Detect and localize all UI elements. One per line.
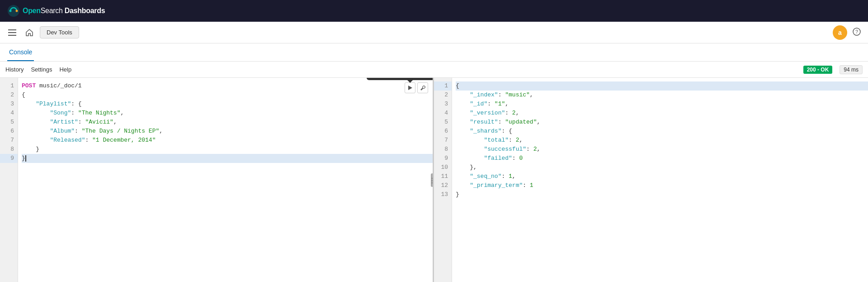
left-line-numbers: 1 2 3 4 5 6 7 8 9 xyxy=(0,78,18,282)
line-num-2: 2 xyxy=(0,91,18,100)
right-code-content: { "_index": "music", "_id": "1", "_versi… xyxy=(452,78,868,282)
code-line-1: POST music/_doc/1 xyxy=(22,81,433,91)
toolbar: History Settings Help 200 - OK 94 ms xyxy=(0,62,868,78)
status-badge: 200 - OK xyxy=(803,66,833,74)
line-num-3: 3 xyxy=(0,100,18,109)
panel-divider-handle[interactable] xyxy=(431,173,434,187)
code-line-6: "Album": "The Days / Nights EP", xyxy=(22,127,433,136)
line-num-4: 4 xyxy=(0,109,18,118)
play-icon xyxy=(407,85,413,91)
line-num-9: 9 xyxy=(0,154,18,163)
right-line-num-2: 2 xyxy=(434,91,452,100)
right-code-line-11: "_seq_no": 1, xyxy=(456,172,868,181)
right-line-num-12: 12 xyxy=(434,181,452,190)
help-icon: ? xyxy=(853,28,861,36)
help-button[interactable]: ? xyxy=(851,26,863,39)
line-num-8: 8 xyxy=(0,145,18,154)
svg-point-10 xyxy=(432,180,433,181)
hamburger-button[interactable] xyxy=(5,27,19,38)
copy-as-curl-button[interactable] xyxy=(417,82,428,93)
line-num-7: 7 xyxy=(0,136,18,145)
dev-tools-button[interactable]: Dev Tools xyxy=(40,26,79,38)
right-line-num-5: 5 xyxy=(434,118,452,127)
right-code-line-5: "result": "updated", xyxy=(456,118,868,127)
right-line-num-8: 8 xyxy=(434,145,452,154)
right-line-num-1: 1 xyxy=(434,81,452,91)
code-line-8: } xyxy=(22,145,433,154)
right-code-line-12: "_primary_term": 1 xyxy=(456,181,868,190)
svg-point-9 xyxy=(432,177,433,179)
help-toolbar-button[interactable]: Help xyxy=(59,66,71,73)
code-line-2: { xyxy=(22,91,433,100)
tab-console[interactable]: Console xyxy=(7,45,34,61)
right-code-line-13: } xyxy=(456,190,868,199)
svg-text:?: ? xyxy=(855,29,858,34)
right-code-line-10: }, xyxy=(456,163,868,172)
settings-button[interactable]: Settings xyxy=(31,66,52,73)
send-request-button[interactable] xyxy=(405,82,415,93)
right-line-num-6: 6 xyxy=(434,127,452,136)
left-editor-panel[interactable]: 1 2 3 4 5 6 7 8 9 POST music/_doc/1 { "P… xyxy=(0,78,434,282)
opensearch-logo-icon xyxy=(7,5,20,17)
time-badge: 94 ms xyxy=(840,65,863,74)
right-code-line-4: "_version": 2, xyxy=(456,109,868,118)
right-line-num-9: 9 xyxy=(434,154,452,163)
editor-container: 1 2 3 4 5 6 7 8 9 POST music/_doc/1 { "P… xyxy=(0,78,868,282)
home-icon xyxy=(25,29,33,37)
right-code-line-3: "_id": "1", xyxy=(456,100,868,109)
drag-handle-icon xyxy=(431,176,433,185)
svg-point-11 xyxy=(432,182,433,183)
send-btn-area: Click to send request xyxy=(405,82,428,93)
hamburger-icon xyxy=(8,29,16,36)
left-code-area: 1 2 3 4 5 6 7 8 9 POST music/_doc/1 { "P… xyxy=(0,78,433,282)
right-code-line-2: "_index": "music", xyxy=(456,91,868,100)
right-line-num-11: 11 xyxy=(434,172,452,181)
logo-area: OpenSearch Dashboards xyxy=(7,5,105,17)
svg-marker-8 xyxy=(408,86,412,90)
second-bar: Dev Tools a ? xyxy=(0,22,868,43)
right-line-numbers: 1 2 3 4 5 6 7 8 9 10 11 12 13 xyxy=(434,78,452,282)
code-line-4: "Song": "The Nights", xyxy=(22,109,433,118)
right-line-num-3: 3 xyxy=(434,100,452,109)
right-code-area: 1 2 3 4 5 6 7 8 9 10 11 12 13 { "_index"… xyxy=(434,78,868,282)
send-btn-wrapper: Click to send request xyxy=(405,82,415,93)
line-num-6: 6 xyxy=(0,127,18,136)
right-editor-panel: 1 2 3 4 5 6 7 8 9 10 11 12 13 { "_index"… xyxy=(434,78,868,282)
right-code-line-1: { xyxy=(456,81,868,91)
tab-bar: Console xyxy=(0,43,868,62)
code-line-7: "Released": "1 December, 2014" xyxy=(22,136,433,145)
svg-rect-5 xyxy=(8,35,16,36)
top-nav-bar: OpenSearch Dashboards xyxy=(0,0,868,22)
line-num-5: 5 xyxy=(0,118,18,127)
home-button[interactable] xyxy=(23,26,36,39)
svg-point-1 xyxy=(16,10,18,12)
right-code-line-6: "_shards": { xyxy=(456,127,868,136)
svg-rect-3 xyxy=(8,29,16,30)
code-line-3: "Playlist": { xyxy=(22,100,433,109)
right-code-line-7: "total": 2, xyxy=(456,136,868,145)
right-line-num-4: 4 xyxy=(434,109,452,118)
left-code-content[interactable]: POST music/_doc/1 { "Playlist": { "Song"… xyxy=(18,78,433,282)
svg-point-2 xyxy=(9,10,12,12)
avatar-button[interactable]: a xyxy=(833,25,847,40)
logo-text: OpenSearch Dashboards xyxy=(23,7,105,15)
right-line-num-10: 10 xyxy=(434,163,452,172)
code-line-5: "Artist": "Avicii", xyxy=(22,118,433,127)
wrench-icon xyxy=(420,85,425,91)
line-num-1: 1 xyxy=(0,81,18,91)
right-line-num-7: 7 xyxy=(434,136,452,145)
svg-rect-4 xyxy=(8,32,16,33)
right-code-line-9: "failed": 0 xyxy=(456,154,868,163)
right-line-num-13: 13 xyxy=(434,190,452,199)
code-line-9: } xyxy=(22,154,433,163)
right-code-line-8: "successful": 2, xyxy=(456,145,868,154)
history-button[interactable]: History xyxy=(5,66,24,73)
